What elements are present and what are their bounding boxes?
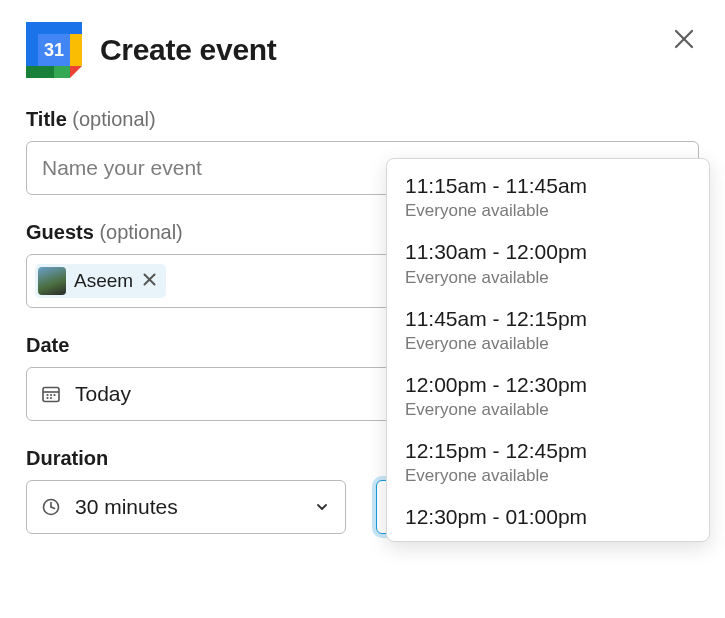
time-option[interactable]: 12:15pm - 12:45pm Everyone available — [387, 430, 709, 496]
duration-field-group: Duration 30 minutes — [26, 447, 350, 534]
svg-line-22 — [51, 507, 55, 509]
close-icon — [673, 28, 695, 50]
svg-text:31: 31 — [44, 40, 64, 60]
google-calendar-icon: 31 — [26, 22, 82, 78]
remove-guest-button[interactable] — [141, 271, 158, 291]
time-option[interactable]: 12:00pm - 12:30pm Everyone available — [387, 364, 709, 430]
avatar — [38, 267, 66, 295]
time-option-range: 11:30am - 12:00pm — [405, 239, 691, 265]
svg-rect-5 — [54, 66, 70, 78]
time-option[interactable]: 11:30am - 12:00pm Everyone available — [387, 231, 709, 297]
guest-chip-name: Aseem — [74, 270, 133, 292]
calendar-icon — [41, 384, 61, 404]
time-option-range: 12:15pm - 12:45pm — [405, 438, 691, 464]
title-label-text: Title — [26, 108, 67, 130]
close-icon — [143, 273, 156, 286]
duration-label: Duration — [26, 447, 350, 470]
time-options-dropdown[interactable]: 11:15am - 11:45am Everyone available 11:… — [386, 158, 710, 542]
date-value: Today — [75, 382, 131, 406]
svg-rect-4 — [26, 66, 54, 78]
time-option-availability: Everyone available — [405, 400, 691, 420]
guest-chip[interactable]: Aseem — [35, 264, 166, 298]
guests-label-text: Guests — [26, 221, 94, 243]
title-label: Title (optional) — [26, 108, 699, 131]
time-option[interactable]: 11:15am - 11:45am Everyone available — [387, 165, 709, 231]
guests-optional-text: (optional) — [99, 221, 182, 243]
time-option-availability: Everyone available — [405, 268, 691, 288]
chevron-down-icon — [315, 495, 329, 519]
svg-rect-1 — [26, 22, 82, 34]
time-option-range: 12:30pm - 01:00pm — [405, 504, 691, 530]
time-option-availability: Everyone available — [405, 201, 691, 221]
time-option[interactable]: 11:45am - 12:15pm Everyone available — [387, 298, 709, 364]
dialog-header: 31 Create event — [26, 22, 699, 78]
time-option-availability: Everyone available — [405, 466, 691, 486]
duration-value: 30 minutes — [75, 495, 178, 519]
time-option[interactable]: 12:30pm - 01:00pm — [387, 496, 709, 534]
time-option-range: 12:00pm - 12:30pm — [405, 372, 691, 398]
time-option-availability: Everyone available — [405, 334, 691, 354]
close-button[interactable] — [673, 28, 695, 54]
time-option-range: 11:15am - 11:45am — [405, 173, 691, 199]
time-option-range: 11:45am - 12:15pm — [405, 306, 691, 332]
clock-icon — [41, 497, 61, 517]
duration-select[interactable]: 30 minutes — [26, 480, 346, 534]
svg-rect-2 — [26, 34, 38, 66]
dialog-title: Create event — [100, 33, 277, 67]
title-optional-text: (optional) — [72, 108, 155, 130]
svg-rect-3 — [70, 34, 82, 66]
